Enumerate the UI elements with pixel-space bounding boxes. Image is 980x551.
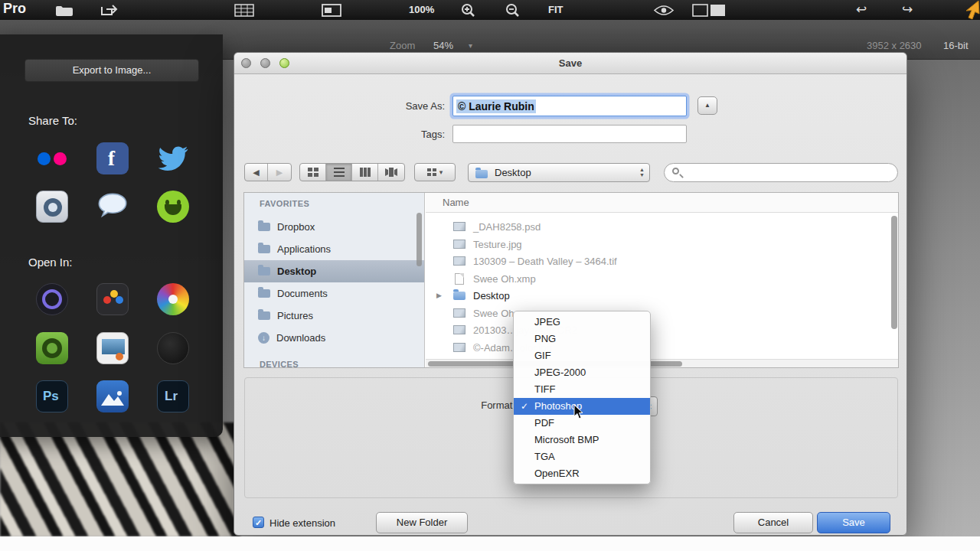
menu-item-jpeg2000[interactable]: JPEG-2000 — [514, 364, 650, 381]
devices-heading: DEVICES — [260, 360, 299, 368]
lightroom-icon[interactable]: Lr — [157, 380, 189, 412]
location-popup[interactable]: Desktop ▲▼ — [468, 163, 650, 182]
coverflow-view-button[interactable] — [378, 164, 403, 181]
preview-pane-icon[interactable] — [322, 4, 341, 20]
file-row[interactable]: Swee Oh.xmp — [426, 270, 899, 287]
orange-cursor-pointer — [959, 0, 980, 23]
cancel-button[interactable]: Cancel — [733, 512, 813, 533]
icon-view-button[interactable] — [300, 164, 326, 181]
sidebar-item-applications[interactable]: Applications — [244, 238, 424, 260]
history-nav-control: ◀ ▶ — [244, 163, 292, 181]
share-panel: Export to Image... Share To: f — [0, 34, 223, 437]
statusbar-zoom-caret-icon[interactable]: ▾ — [469, 41, 472, 50]
favorites-heading: FAVORITES — [260, 199, 309, 208]
share-to-heading: Share To: — [28, 114, 77, 127]
folder-icon — [258, 289, 270, 298]
sidebar-item-desktop[interactable]: Desktop — [244, 260, 424, 282]
tags-input[interactable] — [452, 125, 687, 143]
name-column-header[interactable]: Name — [426, 193, 899, 213]
hide-extension-checkbox[interactable]: ✓ — [253, 517, 264, 528]
popup-arrows-icon: ▲▼ — [639, 167, 645, 178]
horizontal-scrollbar-track — [426, 359, 899, 367]
image-file-icon — [453, 308, 466, 318]
zoom-in-icon[interactable] — [461, 3, 475, 21]
zebra-photo-background — [0, 422, 240, 536]
menu-item-jpeg[interactable]: JPEG — [514, 314, 650, 331]
menu-item-tga[interactable]: TGA — [514, 448, 650, 465]
sidebar-item-dropbox[interactable]: Dropbox — [244, 216, 424, 238]
file-row[interactable]: _DAH8258.psd — [426, 218, 899, 235]
new-folder-button[interactable]: New Folder — [376, 512, 468, 533]
save-as-selected-text: © Laurie Rubin — [456, 99, 536, 113]
arrange-control[interactable]: ▾ — [414, 163, 456, 181]
twitter-icon[interactable] — [157, 142, 189, 174]
file-row[interactable]: Swee Oh — [426, 305, 899, 321]
menu-item-microsoft-bmp[interactable]: Microsoft BMP — [514, 432, 650, 448]
sidebar-scrollbar[interactable] — [416, 213, 422, 266]
bottom-strip — [0, 536, 980, 551]
export-icon[interactable] — [100, 3, 121, 20]
mail-icon[interactable] — [36, 191, 68, 223]
forward-button[interactable]: ▶ — [268, 164, 291, 181]
iphoto-icon[interactable] — [157, 283, 189, 315]
video-app-icon[interactable] — [36, 332, 68, 364]
file-list: Name _DAH8258.psd Testure.jpg 130309 – D… — [426, 193, 899, 367]
compare-view-icon[interactable] — [692, 4, 726, 20]
folder-icon — [258, 311, 270, 320]
menu-item-openexr[interactable]: OpenEXR — [514, 465, 650, 482]
column-view-button[interactable] — [352, 164, 378, 181]
fit-button[interactable]: FIT — [548, 4, 564, 15]
location-popup-value: Desktop — [495, 164, 531, 182]
file-row[interactable]: Testure.jpg — [426, 236, 899, 253]
menu-item-png[interactable]: PNG — [514, 331, 650, 347]
file-row[interactable]: ©-Adam…olor.jpg — [426, 339, 899, 356]
vertical-scrollbar[interactable] — [891, 216, 897, 329]
menu-item-tiff[interactable]: TIFF — [514, 381, 650, 398]
export-to-image-button[interactable]: Export to Image... — [24, 59, 199, 82]
document-file-icon — [455, 273, 464, 285]
minimize-window-icon[interactable] — [260, 58, 270, 68]
save-as-input[interactable]: © Laurie Rubin — [452, 96, 687, 116]
expand-dialog-button[interactable]: ▲ — [697, 96, 717, 115]
open-file-icon[interactable] — [55, 4, 74, 20]
screen: Pro 100% FIT ↩ ↪ Z — [0, 0, 980, 551]
file-row[interactable]: 201303…jaya-430.CR2 — [426, 321, 899, 338]
save-button[interactable]: Save — [817, 512, 890, 533]
blue-photo-app-icon[interactable] — [96, 380, 129, 412]
flickr-icon[interactable] — [36, 142, 68, 174]
grid-view-icon[interactable] — [234, 4, 254, 20]
redo-icon[interactable]: ↪ — [902, 2, 913, 18]
preview-eye-icon[interactable] — [654, 5, 674, 19]
undo-icon[interactable]: ↩ — [856, 2, 867, 18]
file-row-desktop-folder[interactable]: ▶ Desktop — [426, 287, 899, 304]
aperture-icon[interactable] — [36, 283, 68, 315]
smile-icon[interactable] — [157, 191, 189, 223]
sidebar-item-pictures[interactable]: Pictures — [244, 305, 424, 327]
dialog-title: Save — [234, 53, 906, 74]
zoom-out-icon[interactable] — [505, 3, 520, 21]
image-file-icon — [453, 256, 466, 266]
statusbar-zoom-value[interactable]: 54% — [433, 40, 453, 51]
app-title: Pro — [3, 1, 26, 17]
facebook-icon[interactable]: f — [96, 142, 129, 174]
zoom-level-label[interactable]: 100% — [409, 4, 434, 15]
disclosure-triangle-icon[interactable]: ▶ — [436, 292, 442, 299]
photo-editor-icon[interactable] — [96, 332, 129, 364]
search-field[interactable] — [664, 163, 898, 182]
zoom-window-icon[interactable] — [279, 58, 289, 68]
sidebar-item-downloads[interactable]: ↓ Downloads — [244, 327, 424, 349]
photo-app-icon[interactable] — [96, 283, 129, 315]
close-window-icon[interactable] — [241, 58, 251, 68]
sidebar-item-documents[interactable]: Documents — [244, 282, 424, 305]
menu-item-gif[interactable]: GIF — [514, 347, 650, 364]
lens-app-icon[interactable] — [157, 332, 189, 364]
image-file-icon — [453, 222, 466, 231]
back-button[interactable]: ◀ — [245, 164, 268, 181]
file-row[interactable]: 130309 – Death Valley – 3464.tif — [426, 253, 899, 269]
image-file-icon — [453, 325, 466, 334]
photoshop-icon[interactable]: Ps — [36, 380, 68, 412]
messages-icon[interactable] — [96, 191, 129, 223]
save-as-label: Save As: — [234, 100, 445, 112]
list-view-button[interactable] — [326, 164, 352, 181]
bit-depth-label: 16-bit — [943, 40, 969, 51]
